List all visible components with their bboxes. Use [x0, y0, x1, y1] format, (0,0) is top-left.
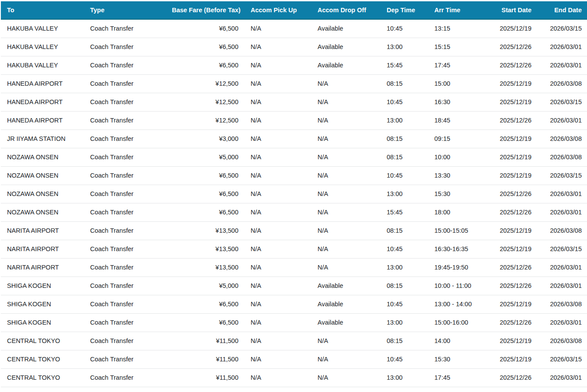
- cell-accom-drop-off: N/A: [311, 350, 381, 368]
- cell-arr-time: 15:00-16:00: [428, 313, 489, 332]
- cell-dep-time: 13:00: [381, 185, 428, 203]
- cell-accom-drop-off: N/A: [311, 203, 381, 221]
- cell-start-date: 2025/12/26: [489, 368, 538, 387]
- cell-type: Coach Transfer: [84, 56, 166, 74]
- cell-dep-time: 10:45: [381, 19, 428, 38]
- cell-to: SHIGA KOGEN: [1, 313, 84, 332]
- cell-accom-drop-off: N/A: [311, 74, 381, 93]
- cell-start-date: 2025/12/26: [489, 313, 538, 332]
- cell-base-fare: ¥6,500: [166, 295, 245, 313]
- cell-accom-pick-up: N/A: [245, 240, 311, 258]
- cell-accom-pick-up: N/A: [245, 295, 311, 313]
- cell-base-fare: ¥6,500: [166, 56, 245, 74]
- cell-type: Coach Transfer: [84, 185, 166, 203]
- column-header-accom-pick-up: Accom Pick Up: [245, 1, 311, 19]
- cell-accom-pick-up: N/A: [245, 258, 311, 276]
- cell-dep-time: 10:45: [381, 240, 428, 258]
- cell-type: Coach Transfer: [84, 111, 166, 130]
- cell-type: Coach Transfer: [84, 276, 166, 295]
- cell-dep-time: 10:45: [381, 166, 428, 185]
- cell-dep-time: 15:45: [381, 203, 428, 221]
- cell-arr-time: 10:00: [428, 148, 489, 166]
- table-row: NARITA AIRPORTCoach Transfer¥13,500N/AN/…: [1, 258, 587, 276]
- cell-arr-time: 19:45-19:50: [428, 258, 489, 276]
- cell-type: Coach Transfer: [84, 313, 166, 332]
- cell-base-fare: ¥13,500: [166, 240, 245, 258]
- cell-dep-time: 13:00: [381, 38, 428, 56]
- cell-accom-drop-off: N/A: [311, 93, 381, 111]
- cell-accom-pick-up: N/A: [245, 166, 311, 185]
- cell-end-date: 2026/03/01: [538, 185, 587, 203]
- column-header-to: To: [1, 1, 84, 19]
- transfer-fare-table: ToTypeBase Fare (Before Tax)Accom Pick U…: [1, 1, 587, 387]
- cell-accom-pick-up: N/A: [245, 111, 311, 130]
- cell-dep-time: 15:45: [381, 56, 428, 74]
- column-header-dep-time: Dep Time: [381, 1, 428, 19]
- cell-to: HAKUBA VALLEY: [1, 38, 84, 56]
- cell-end-date: 2026/03/01: [538, 111, 587, 130]
- cell-dep-time: 08:15: [381, 74, 428, 93]
- cell-start-date: 2025/12/26: [489, 56, 538, 74]
- cell-accom-drop-off: N/A: [311, 111, 381, 130]
- cell-type: Coach Transfer: [84, 221, 166, 240]
- cell-to: NARITA AIRPORT: [1, 240, 84, 258]
- cell-start-date: 2025/12/19: [489, 148, 538, 166]
- cell-dep-time: 10:45: [381, 350, 428, 368]
- cell-base-fare: ¥11,500: [166, 368, 245, 387]
- cell-to: JR IIYAMA STATION: [1, 130, 84, 148]
- column-header-arr-time: Arr Time: [428, 1, 489, 19]
- cell-accom-pick-up: N/A: [245, 368, 311, 387]
- cell-end-date: 2026/03/08: [538, 148, 587, 166]
- table-row: HAKUBA VALLEYCoach Transfer¥6,500N/AAvai…: [1, 56, 587, 74]
- header-row: ToTypeBase Fare (Before Tax)Accom Pick U…: [1, 1, 587, 19]
- cell-base-fare: ¥11,500: [166, 350, 245, 368]
- cell-start-date: 2025/12/26: [489, 258, 538, 276]
- table-row: HANEDA AIRPORTCoach Transfer¥12,500N/AN/…: [1, 74, 587, 93]
- cell-accom-pick-up: N/A: [245, 332, 311, 350]
- cell-arr-time: 14:00: [428, 332, 489, 350]
- cell-accom-pick-up: N/A: [245, 130, 311, 148]
- cell-base-fare: ¥3,000: [166, 130, 245, 148]
- column-header-accom-drop-off: Accom Drop Off: [311, 1, 381, 19]
- cell-start-date: 2025/12/26: [489, 38, 538, 56]
- cell-arr-time: 18:45: [428, 111, 489, 130]
- cell-to: HANEDA AIRPORT: [1, 74, 84, 93]
- cell-dep-time: 08:15: [381, 276, 428, 295]
- cell-arr-time: 15:15: [428, 38, 489, 56]
- cell-base-fare: ¥12,500: [166, 111, 245, 130]
- cell-accom-drop-off: Available: [311, 276, 381, 295]
- cell-dep-time: 08:15: [381, 221, 428, 240]
- table-row: NOZAWA ONSENCoach Transfer¥5,000N/AN/A08…: [1, 148, 587, 166]
- cell-accom-pick-up: N/A: [245, 56, 311, 74]
- cell-start-date: 2025/12/19: [489, 240, 538, 258]
- cell-to: NARITA AIRPORT: [1, 221, 84, 240]
- cell-accom-drop-off: N/A: [311, 368, 381, 387]
- cell-to: CENTRAL TOKYO: [1, 368, 84, 387]
- cell-type: Coach Transfer: [84, 258, 166, 276]
- cell-base-fare: ¥6,500: [166, 19, 245, 38]
- cell-type: Coach Transfer: [84, 166, 166, 185]
- cell-start-date: 2025/12/19: [489, 19, 538, 38]
- cell-arr-time: 13:00 - 14:00: [428, 295, 489, 313]
- cell-base-fare: ¥13,500: [166, 258, 245, 276]
- cell-arr-time: 13:15: [428, 19, 489, 38]
- cell-dep-time: 13:00: [381, 258, 428, 276]
- column-header-base-fare: Base Fare (Before Tax): [166, 1, 245, 19]
- cell-start-date: 2025/12/26: [489, 276, 538, 295]
- cell-base-fare: ¥6,500: [166, 203, 245, 221]
- table-row: NARITA AIRPORTCoach Transfer¥13,500N/AN/…: [1, 240, 587, 258]
- cell-type: Coach Transfer: [84, 93, 166, 111]
- cell-arr-time: 09:15: [428, 130, 489, 148]
- cell-arr-time: 15:00: [428, 74, 489, 93]
- cell-accom-drop-off: N/A: [311, 258, 381, 276]
- table-row: HANEDA AIRPORTCoach Transfer¥12,500N/AN/…: [1, 93, 587, 111]
- cell-accom-drop-off: N/A: [311, 221, 381, 240]
- cell-end-date: 2026/03/01: [538, 276, 587, 295]
- table-row: NARITA AIRPORTCoach Transfer¥13,500N/AN/…: [1, 221, 587, 240]
- cell-accom-drop-off: Available: [311, 19, 381, 38]
- cell-type: Coach Transfer: [84, 203, 166, 221]
- table-body: HAKUBA VALLEYCoach Transfer¥6,500N/AAvai…: [1, 19, 587, 387]
- table-row: HANEDA AIRPORTCoach Transfer¥12,500N/AN/…: [1, 111, 587, 130]
- table-row: HAKUBA VALLEYCoach Transfer¥6,500N/AAvai…: [1, 19, 587, 38]
- column-header-type: Type: [84, 1, 166, 19]
